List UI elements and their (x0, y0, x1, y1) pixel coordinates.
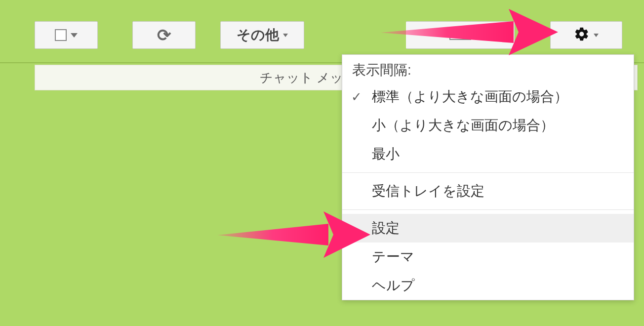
density-standard-item[interactable]: ✓ 標準（より大きな画面の場合） (342, 82, 634, 111)
refresh-button[interactable]: ⟳ (132, 21, 196, 49)
more-label: その他 (237, 26, 279, 44)
density-small-label: 小（より大きな画面の場合） (372, 118, 554, 133)
checkbox-icon (55, 29, 67, 41)
refresh-icon: ⟳ (157, 25, 171, 45)
density-minimal-item[interactable]: 最小 (342, 140, 634, 168)
configure-inbox-item[interactable]: 受信トレイを設定 (342, 177, 634, 205)
configure-inbox-label: 受信トレイを設定 (372, 183, 484, 199)
theme-label: テーマ (372, 249, 414, 264)
check-icon: ✓ (351, 89, 362, 105)
density-standard-label: 標準（より大きな画面の場合） (372, 89, 568, 104)
theme-item[interactable]: テーマ (342, 243, 634, 271)
menu-separator (342, 209, 634, 210)
chevron-down-icon (71, 33, 78, 38)
svg-marker-2 (217, 224, 328, 245)
menu-separator (342, 172, 634, 173)
density-minimal-label: 最小 (372, 146, 400, 162)
select-all-button[interactable] (35, 21, 98, 49)
gear-icon (574, 26, 590, 44)
split-pane-icon (449, 30, 471, 40)
settings-dropdown: 表示間隔: ✓ 標準（より大きな画面の場合） 小（より大きな画面の場合） 最小 … (342, 54, 634, 300)
density-small-item[interactable]: 小（より大きな画面の場合） (342, 111, 634, 140)
help-label: ヘルプ (372, 278, 415, 293)
dropdown-header: 表示間隔: (342, 55, 634, 82)
help-item[interactable]: ヘルプ (342, 271, 634, 300)
more-button[interactable]: その他 (220, 21, 304, 49)
settings-label: 設定 (372, 220, 400, 236)
toolbar: ⟳ その他 (0, 0, 644, 63)
settings-item[interactable]: 設定 (342, 214, 634, 243)
chevron-down-icon (283, 34, 288, 37)
settings-gear-button[interactable] (550, 21, 622, 49)
split-pane-button[interactable] (406, 21, 515, 49)
chevron-down-icon (594, 34, 599, 37)
